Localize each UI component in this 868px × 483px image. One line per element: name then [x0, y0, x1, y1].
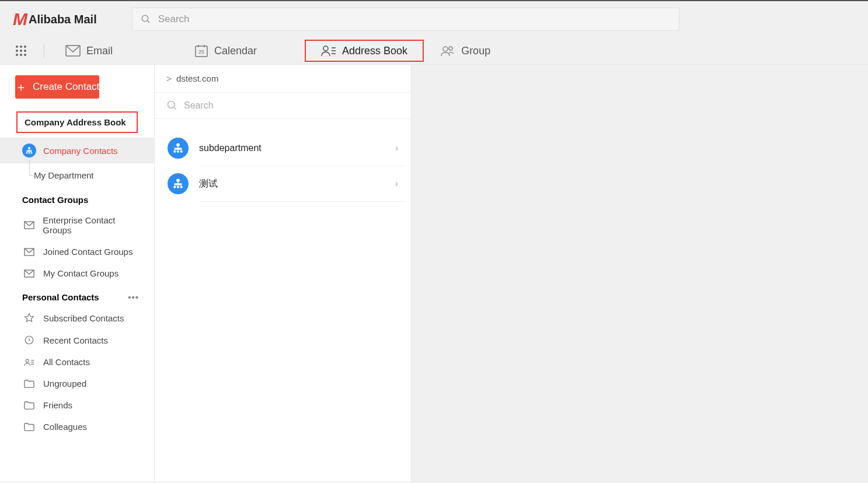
folder-icon: [23, 422, 35, 432]
svg-point-0: [142, 15, 148, 22]
chevron-right-icon: >: [166, 74, 172, 83]
sidebar-item-label: Subscribed Contacts: [43, 313, 124, 323]
svg-point-34: [180, 186, 183, 188]
sidebar-item-label: Ungrouped: [43, 379, 86, 388]
sidebar-item-label: Colleagues: [43, 422, 87, 432]
folder-icon: [23, 401, 35, 410]
contact-groups-title: Contact Groups: [0, 187, 154, 209]
svg-point-30: [180, 150, 183, 153]
svg-text:25: 25: [198, 49, 204, 55]
plus-icon: ＋: [15, 81, 27, 93]
sidebar: ＋ Create Contact Company Address Book Co…: [0, 65, 155, 482]
detail-panel: [412, 65, 868, 482]
sidebar-item-label: Joined Contact Groups: [43, 247, 133, 257]
svg-point-25: [168, 102, 175, 108]
brand-logo: M Alibaba Mail: [13, 9, 97, 29]
envelope-icon: [23, 248, 35, 256]
sidebar-item-all-contacts[interactable]: All Contacts: [0, 351, 154, 373]
tab-address-book-label: Address Book: [342, 45, 407, 57]
tab-bar: Email 25 Calendar Address Book Group: [0, 37, 868, 65]
svg-point-28: [173, 150, 176, 153]
sidebar-item-label: My Contact Groups: [43, 268, 118, 278]
department-list: subdepartment › 测试 ›: [155, 119, 411, 202]
global-search[interactable]: [132, 8, 679, 31]
tab-calendar[interactable]: 25 Calendar: [185, 40, 266, 62]
star-icon: [23, 313, 35, 323]
calendar-icon: 25: [194, 44, 208, 58]
search-icon: [166, 100, 178, 111]
svg-line-26: [174, 107, 176, 110]
sidebar-item-my-department[interactable]: My Department: [0, 163, 154, 187]
svg-point-11: [443, 47, 448, 51]
folder-icon: [23, 379, 35, 388]
svg-point-29: [177, 150, 179, 153]
svg-point-21: [26, 359, 29, 362]
group-icon: [440, 44, 455, 57]
contacts-icon: [23, 358, 35, 367]
search-icon: [141, 14, 151, 24]
clock-icon: [23, 335, 35, 345]
department-name: 测试: [199, 178, 385, 190]
sidebar-item-my-contact-groups[interactable]: My Contact Groups: [0, 262, 154, 284]
svg-point-33: [177, 186, 179, 188]
address-book-icon: [321, 44, 336, 57]
content-search-input[interactable]: [184, 100, 399, 111]
sidebar-item-label: Company Contacts: [43, 146, 118, 156]
chevron-right-icon: ›: [395, 178, 398, 189]
content-search[interactable]: [155, 93, 411, 119]
department-row[interactable]: subdepartment ›: [155, 131, 411, 166]
org-tree-icon: [22, 144, 36, 158]
global-search-input[interactable]: [158, 13, 671, 25]
divider: [199, 201, 405, 202]
sidebar-item-subscribed[interactable]: Subscribed Contacts: [0, 307, 154, 329]
envelope-icon: [23, 270, 35, 278]
svg-point-32: [173, 186, 176, 188]
tab-address-book[interactable]: Address Book: [305, 40, 424, 62]
personal-contacts-title: Personal Contacts •••: [0, 284, 154, 307]
company-address-book-title: Company Address Book: [16, 111, 138, 133]
chevron-right-icon: ›: [395, 143, 398, 153]
more-icon[interactable]: •••: [128, 292, 139, 302]
svg-point-27: [176, 143, 180, 146]
breadcrumb[interactable]: > dstest.com: [155, 65, 411, 93]
sidebar-item-colleagues[interactable]: Colleagues: [0, 416, 154, 438]
sidebar-item-label: My Department: [34, 170, 94, 180]
tab-email-label: Email: [86, 45, 113, 57]
email-icon: [65, 45, 81, 57]
brand-name: Alibaba Mail: [29, 13, 97, 26]
divider: [44, 44, 44, 58]
sidebar-item-label: Enterprise Contact Groups: [43, 215, 142, 235]
sidebar-item-recent[interactable]: Recent Contacts: [0, 329, 154, 351]
department-row[interactable]: 测试 ›: [155, 166, 411, 201]
svg-point-7: [323, 46, 328, 51]
svg-point-13: [28, 147, 30, 149]
svg-point-31: [176, 178, 180, 182]
sidebar-item-label: Recent Contacts: [43, 335, 108, 345]
sidebar-item-label: Friends: [43, 400, 72, 410]
tab-calendar-label: Calendar: [214, 45, 257, 57]
tab-group[interactable]: Group: [431, 40, 500, 62]
apps-grid-icon[interactable]: [16, 46, 26, 56]
department-name: subdepartment: [199, 143, 385, 153]
org-tree-icon: [168, 173, 189, 194]
sidebar-item-joined-groups[interactable]: Joined Contact Groups: [0, 241, 154, 262]
svg-point-16: [31, 152, 33, 154]
create-contact-button[interactable]: ＋ Create Contact: [15, 75, 99, 99]
top-bar: M Alibaba Mail: [0, 1, 868, 37]
sidebar-item-ungrouped[interactable]: Ungrouped: [0, 373, 154, 394]
sidebar-item-company-contacts[interactable]: Company Contacts: [0, 138, 154, 163]
create-contact-label: Create Contact: [33, 81, 99, 93]
breadcrumb-root: dstest.com: [176, 74, 219, 83]
logo-m-icon: M: [13, 9, 26, 29]
org-tree-icon: [168, 138, 189, 159]
svg-point-14: [26, 152, 28, 154]
sidebar-item-friends[interactable]: Friends: [0, 394, 154, 416]
envelope-icon: [23, 221, 34, 229]
svg-point-12: [449, 47, 452, 50]
sidebar-item-label: All Contacts: [43, 357, 90, 367]
content-panel: > dstest.com subdepartment › 测试 ›: [155, 65, 412, 482]
sidebar-item-enterprise-groups[interactable]: Enterprise Contact Groups: [0, 209, 154, 241]
svg-line-1: [147, 20, 149, 23]
tab-email[interactable]: Email: [56, 40, 122, 62]
svg-point-15: [29, 152, 30, 154]
